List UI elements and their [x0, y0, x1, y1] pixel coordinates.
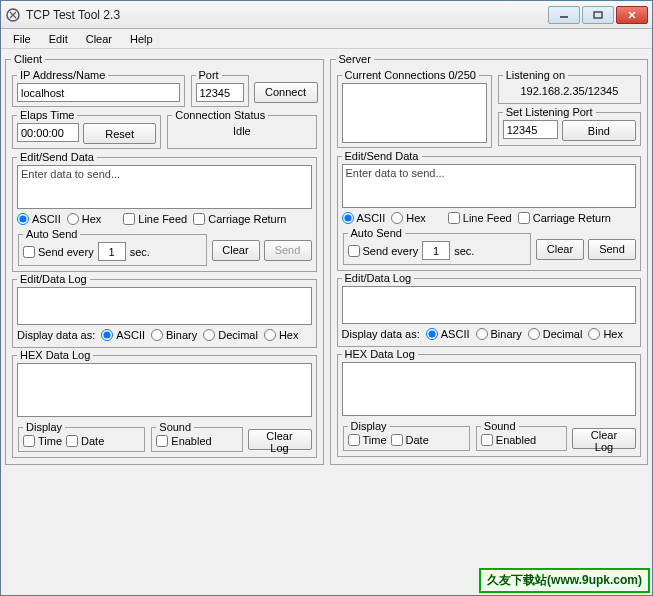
client-sendevery-check[interactable]: Send every — [23, 246, 94, 258]
client-interval-input[interactable] — [98, 242, 126, 261]
menu-clear[interactable]: Clear — [78, 31, 120, 47]
server-datalog-group: Edit/Data Log Display data as: ASCII Bin… — [337, 272, 642, 347]
client-ascii-radio[interactable]: ASCII — [17, 213, 61, 225]
client-clearlog-button[interactable]: Clear Log — [248, 429, 312, 450]
server-log-hex-radio[interactable]: Hex — [588, 328, 623, 340]
server-group: Server Current Connections 0/250 Listeni… — [330, 53, 649, 465]
menu-help[interactable]: Help — [122, 31, 161, 47]
client-ip-group: IP Address/Name — [12, 69, 185, 107]
client-log-decimal-radio[interactable]: Decimal — [203, 329, 258, 341]
elaps-time-input[interactable] — [17, 123, 79, 142]
server-legend: Server — [336, 53, 374, 65]
client-time-check[interactable]: Time — [23, 435, 62, 447]
server-interval-input[interactable] — [422, 241, 450, 260]
titlebar[interactable]: TCP Test Tool 2.3 — [1, 1, 652, 29]
client-cr-check[interactable]: Carriage Return — [193, 213, 286, 225]
server-linefeed-check[interactable]: Line Feed — [448, 212, 512, 224]
bind-button[interactable]: Bind — [562, 120, 636, 141]
minimize-button[interactable] — [548, 6, 580, 24]
client-editsend-group: Edit/Send Data Enter data to send... ASC… — [12, 151, 317, 272]
client-sound-group: Sound Enabled — [151, 421, 242, 452]
reset-button[interactable]: Reset — [83, 123, 156, 144]
menu-edit[interactable]: Edit — [41, 31, 76, 47]
server-cr-check[interactable]: Carriage Return — [518, 212, 611, 224]
server-send-button[interactable]: Send — [588, 239, 636, 260]
server-sound-enabled-check[interactable]: Enabled — [481, 434, 536, 446]
server-log-decimal-radio[interactable]: Decimal — [528, 328, 583, 340]
client-group: Client IP Address/Name Port Connect Elap… — [5, 53, 324, 465]
client-legend: Client — [11, 53, 45, 65]
client-datalog-group: Edit/Data Log Display data as: ASCII Bin… — [12, 273, 317, 348]
server-editsend-group: Edit/Send Data Enter data to send... ASC… — [337, 150, 642, 271]
app-icon — [5, 7, 21, 23]
client-hexlog-group: HEX Data Log Display Time Date Sound Ena… — [12, 349, 317, 458]
server-send-textarea[interactable]: Enter data to send... — [342, 164, 637, 208]
client-log-ascii-radio[interactable]: ASCII — [101, 329, 145, 341]
server-setport-group: Set Listening Port Bind — [498, 106, 641, 146]
server-port-input[interactable] — [503, 120, 558, 139]
window-title: TCP Test Tool 2.3 — [26, 8, 546, 22]
client-autosend-group: Auto Send Send every sec. — [18, 228, 207, 266]
client-port-input[interactable] — [196, 83, 244, 102]
server-hexlog-group: HEX Data Log Display Time Date Sound Ena… — [337, 348, 642, 457]
server-listening-group: Listening on 192.168.2.35/12345 — [498, 69, 641, 104]
watermark: 久友下载站(www.9upk.com) — [479, 568, 650, 593]
client-send-textarea[interactable]: Enter data to send... — [17, 165, 312, 209]
conn-status-group: Connection Status Idle — [167, 109, 316, 149]
connect-button[interactable]: Connect — [254, 82, 318, 103]
client-display-group: Display Time Date — [18, 421, 145, 452]
server-conn-list[interactable] — [342, 83, 487, 143]
server-autosend-group: Auto Send Send every sec. — [343, 227, 532, 265]
client-hex-radio[interactable]: Hex — [67, 213, 102, 225]
server-time-check[interactable]: Time — [348, 434, 387, 446]
server-hexlog-list[interactable] — [342, 362, 637, 416]
client-log-binary-radio[interactable]: Binary — [151, 329, 197, 341]
client-linefeed-check[interactable]: Line Feed — [123, 213, 187, 225]
server-sound-group: Sound Enabled — [476, 420, 567, 451]
content: Client IP Address/Name Port Connect Elap… — [1, 49, 652, 469]
client-datalog-textarea[interactable] — [17, 287, 312, 325]
server-log-binary-radio[interactable]: Binary — [476, 328, 522, 340]
client-clear-button[interactable]: Clear — [212, 240, 260, 261]
server-listening-value: 192.168.2.35/12345 — [503, 83, 636, 99]
client-sound-enabled-check[interactable]: Enabled — [156, 435, 211, 447]
elaps-time-group: Elaps Time Reset — [12, 109, 161, 149]
maximize-button[interactable] — [582, 6, 614, 24]
server-ascii-radio[interactable]: ASCII — [342, 212, 386, 224]
app-window: TCP Test Tool 2.3 File Edit Clear Help C… — [0, 0, 653, 596]
client-send-button[interactable]: Send — [264, 240, 312, 261]
server-sendevery-check[interactable]: Send every — [348, 245, 419, 257]
conn-status-value: Idle — [172, 123, 311, 139]
client-ip-input[interactable] — [17, 83, 180, 102]
server-curconn-group: Current Connections 0/250 — [337, 69, 492, 148]
server-log-ascii-radio[interactable]: ASCII — [426, 328, 470, 340]
svg-rect-2 — [594, 12, 602, 18]
server-datalog-textarea[interactable] — [342, 286, 637, 324]
server-clearlog-button[interactable]: Clear Log — [572, 428, 636, 449]
server-hex-radio[interactable]: Hex — [391, 212, 426, 224]
server-display-group: Display Time Date — [343, 420, 470, 451]
close-button[interactable] — [616, 6, 648, 24]
server-clear-button[interactable]: Clear — [536, 239, 584, 260]
client-hexlog-list[interactable] — [17, 363, 312, 417]
menu-file[interactable]: File — [5, 31, 39, 47]
client-port-group: Port — [191, 69, 249, 107]
server-date-check[interactable]: Date — [391, 434, 429, 446]
client-date-check[interactable]: Date — [66, 435, 104, 447]
menubar: File Edit Clear Help — [1, 29, 652, 49]
client-log-hex-radio[interactable]: Hex — [264, 329, 299, 341]
